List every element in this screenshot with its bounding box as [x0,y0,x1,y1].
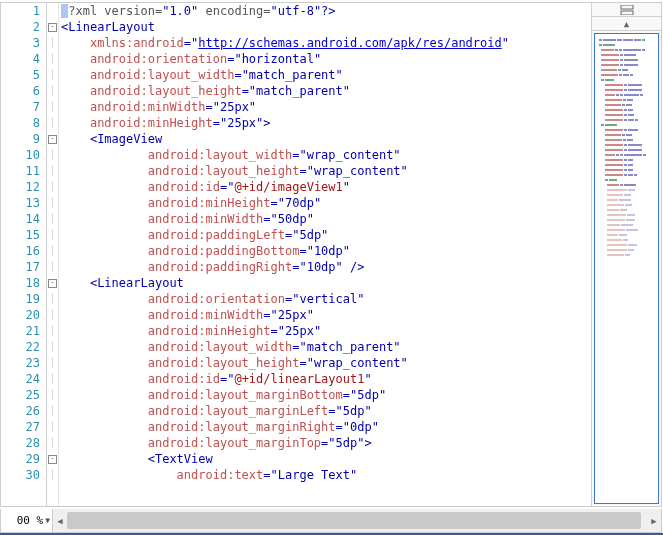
line-number[interactable]: 10 [1,147,40,163]
line-number-gutter[interactable]: 1234567891011121314151617181920212223242… [1,3,47,506]
line-number[interactable]: 30 [1,467,40,483]
code-editor: 1234567891011121314151617181920212223242… [0,2,662,507]
line-number[interactable]: 20 [1,307,40,323]
code-line[interactable]: android:layout_marginBottom="5dp" [59,387,591,403]
code-line[interactable]: android:orientation="vertical" [59,291,591,307]
line-number[interactable]: 26 [1,403,40,419]
fold-guide: │ [47,371,58,387]
fold-guide: │ [47,51,58,67]
code-line[interactable]: xmlns:android="http://schemas.android.co… [59,35,591,51]
svg-rect-1 [621,11,633,15]
line-number[interactable]: 18 [1,275,40,291]
code-line[interactable]: android:layout_height="match_parent" [59,83,591,99]
code-line[interactable]: android:paddingLeft="5dp" [59,227,591,243]
code-line[interactable]: android:paddingRight="10dp" /> [59,259,591,275]
code-line[interactable]: <LinearLayout [59,19,591,35]
fold-toggle-icon[interactable]: - [47,451,58,467]
code-line[interactable]: <TextView [59,451,591,467]
line-number[interactable]: 28 [1,435,40,451]
line-number[interactable]: 7 [1,99,40,115]
fold-guide: │ [47,67,58,83]
scroll-left-icon[interactable]: ◀ [53,509,67,532]
code-line[interactable]: android:text="Large Text" [59,467,591,483]
code-line[interactable]: android:id="@+id/linearLayout1" [59,371,591,387]
fold-guide: │ [47,355,58,371]
code-line[interactable]: android:minHeight="70dp" [59,195,591,211]
fold-guide: │ [47,99,58,115]
scroll-right-icon[interactable]: ▶ [647,509,661,532]
zoom-level[interactable]: 00 % ▼ [1,509,53,532]
minimap[interactable] [594,33,659,504]
line-number[interactable]: 2 [1,19,40,35]
line-number[interactable]: 8 [1,115,40,131]
code-line[interactable]: android:minWidth="25px" [59,99,591,115]
fold-guide: │ [47,403,58,419]
line-number[interactable]: 23 [1,355,40,371]
line-number[interactable]: 21 [1,323,40,339]
line-number[interactable]: 9 [1,131,40,147]
line-number[interactable]: 29 [1,451,40,467]
fold-guide [47,3,58,19]
code-line[interactable]: android:layout_width="wrap_content" [59,147,591,163]
fold-guide: │ [47,243,58,259]
code-line[interactable]: android:minHeight="25px" [59,323,591,339]
split-horizontal-icon[interactable] [592,3,661,17]
line-number[interactable]: 12 [1,179,40,195]
line-number[interactable]: 15 [1,227,40,243]
code-line[interactable]: android:minHeight="25px"> [59,115,591,131]
scroll-up-icon[interactable]: ▲ [592,17,661,31]
fold-guide: │ [47,291,58,307]
fold-guide: │ [47,35,58,51]
line-number[interactable]: 22 [1,339,40,355]
line-number[interactable]: 4 [1,51,40,67]
fold-toggle-icon[interactable]: - [47,19,58,35]
line-number[interactable]: 3 [1,35,40,51]
fold-guide: │ [47,307,58,323]
fold-guide: │ [47,163,58,179]
line-number[interactable]: 1 [1,3,40,19]
code-line[interactable]: android:layout_marginRight="0dp" [59,419,591,435]
line-number[interactable]: 17 [1,259,40,275]
fold-guide: │ [47,419,58,435]
line-number[interactable]: 11 [1,163,40,179]
code-area[interactable]: <?xml version="1.0" encoding="utf-8"?><L… [59,3,591,506]
fold-guide: │ [47,435,58,451]
scrollbar-thumb[interactable] [67,512,641,529]
line-number[interactable]: 13 [1,195,40,211]
line-number[interactable]: 5 [1,67,40,83]
line-number[interactable]: 6 [1,83,40,99]
code-line[interactable]: android:paddingBottom="10dp" [59,243,591,259]
line-number[interactable]: 27 [1,419,40,435]
line-number[interactable]: 24 [1,371,40,387]
fold-guide: │ [47,147,58,163]
fold-guide: │ [47,339,58,355]
chevron-down-icon: ▼ [45,516,50,525]
code-line[interactable]: android:layout_width="match_parent" [59,67,591,83]
horizontal-scrollbar[interactable]: ◀ ▶ [53,509,661,532]
line-number[interactable]: 19 [1,291,40,307]
code-line[interactable]: android:layout_height="wrap_content" [59,163,591,179]
code-line[interactable]: android:minWidth="50dp" [59,211,591,227]
fold-guide: │ [47,211,58,227]
minimap-panel: ▲ [591,3,661,506]
fold-toggle-icon[interactable]: - [47,131,58,147]
fold-guide: │ [47,83,58,99]
code-line[interactable]: android:orientation="horizontal" [59,51,591,67]
fold-toggle-icon[interactable]: - [47,275,58,291]
fold-guide: │ [47,467,58,483]
code-line[interactable]: <ImageView [59,131,591,147]
fold-column[interactable]: -││││││-││││││││-││││││││││-│ [47,3,59,506]
editor-footer: 00 % ▼ ◀ ▶ [0,509,662,533]
line-number[interactable]: 14 [1,211,40,227]
namespace-url[interactable]: http://schemas.android.com/apk/res/andro… [198,36,501,50]
code-line[interactable]: android:layout_marginLeft="5dp" [59,403,591,419]
code-line[interactable]: android:layout_height="wrap_content" [59,355,591,371]
code-line[interactable]: <LinearLayout [59,275,591,291]
code-line[interactable]: android:layout_marginTop="5dp"> [59,435,591,451]
code-line[interactable]: android:minWidth="25px" [59,307,591,323]
line-number[interactable]: 16 [1,243,40,259]
code-line[interactable]: <?xml version="1.0" encoding="utf-8"?> [59,3,591,19]
code-line[interactable]: android:layout_width="match_parent" [59,339,591,355]
code-line[interactable]: android:id="@+id/imageView1" [59,179,591,195]
line-number[interactable]: 25 [1,387,40,403]
